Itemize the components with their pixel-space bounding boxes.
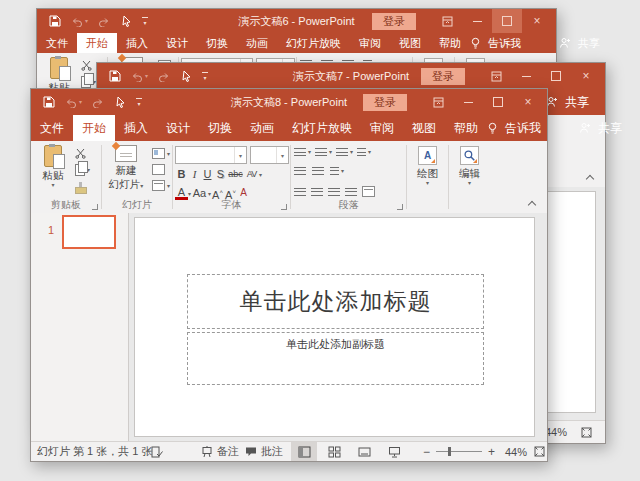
tab-help[interactable]: 帮助 — [430, 33, 470, 53]
tab-transitions[interactable]: 切换 — [199, 115, 241, 141]
character-spacing-button[interactable]: AV — [244, 167, 259, 181]
tab-home[interactable]: 开始 — [77, 33, 117, 53]
close-button[interactable]: × — [513, 89, 543, 115]
tab-animations[interactable]: 动画 — [237, 33, 277, 53]
notes-button[interactable]: 备注 — [201, 442, 239, 461]
font-size-combobox[interactable]: ▾ — [250, 146, 289, 164]
tab-animations[interactable]: 动画 — [241, 115, 283, 141]
increase-indent-icon[interactable] — [312, 167, 324, 175]
save-icon[interactable] — [109, 70, 121, 82]
tab-file[interactable]: 文件 — [37, 33, 77, 53]
tab-transitions[interactable]: 切换 — [197, 33, 237, 53]
ribbon-display-options-icon[interactable] — [481, 63, 511, 89]
align-left-icon[interactable] — [294, 188, 306, 196]
redo-icon[interactable] — [98, 15, 110, 27]
copy-icon[interactable]: ▾ — [81, 76, 96, 88]
drawing-button[interactable]: A 绘图 ▾ — [411, 146, 444, 186]
copy-icon[interactable]: ▾ — [75, 164, 90, 176]
redo-icon[interactable] — [158, 70, 170, 82]
tab-file[interactable]: 文件 — [31, 115, 73, 141]
slide[interactable]: 单击此处添加标题 单击此处添加副标题 — [134, 217, 535, 437]
slide-thumbnail-panel[interactable]: 1 — [31, 213, 129, 442]
customize-qat-icon[interactable]: ▾ — [142, 17, 148, 26]
sign-in-button[interactable]: 登录 — [363, 94, 407, 111]
format-painter-icon[interactable] — [75, 181, 90, 194]
tellme-button[interactable]: 告诉我 — [486, 36, 523, 51]
ribbon-display-options-icon[interactable] — [432, 9, 462, 33]
zoom-slider[interactable] — [436, 451, 482, 452]
tab-slideshow[interactable]: 幻灯片放映 — [283, 115, 361, 141]
text-direction-icon[interactable]: ▾ — [330, 167, 344, 175]
customize-qat-icon[interactable]: ▾ — [202, 72, 208, 81]
section-icon[interactable]: ▾ — [152, 180, 170, 191]
numbering-icon[interactable]: ▾ — [315, 148, 332, 156]
underline-button[interactable]: U — [201, 167, 214, 181]
zoom-percent[interactable]: 44% — [495, 442, 527, 461]
close-button[interactable]: × — [571, 63, 601, 89]
clipboard-dialog-launcher[interactable] — [92, 204, 98, 210]
align-center-icon[interactable] — [311, 188, 323, 196]
columns-icon[interactable]: ▾ — [357, 148, 371, 156]
minimize-button[interactable] — [453, 89, 483, 115]
reading-view-button[interactable] — [351, 442, 377, 461]
save-icon[interactable] — [49, 15, 61, 27]
slide-sorter-view-button[interactable] — [321, 442, 347, 461]
cut-icon[interactable] — [75, 148, 90, 159]
align-right-icon[interactable] — [328, 188, 340, 196]
fit-slide-icon[interactable] — [533, 442, 546, 461]
share-button[interactable]: 共享 — [563, 94, 591, 111]
maximize-button[interactable] — [483, 89, 513, 115]
strikethrough-button[interactable]: abc — [227, 167, 244, 181]
justify-icon[interactable] — [345, 188, 357, 196]
zoom-percent[interactable]: 44% — [545, 421, 567, 443]
italic-button[interactable]: I — [188, 167, 201, 181]
tellme-button[interactable]: 告诉我 — [503, 120, 543, 137]
comments-button[interactable]: 批注 — [245, 442, 283, 461]
fit-slide-icon[interactable] — [580, 421, 593, 443]
slideshow-view-button[interactable] — [381, 442, 407, 461]
close-button[interactable]: × — [522, 9, 552, 33]
undo-icon[interactable]: ▾ — [65, 96, 82, 108]
tab-home[interactable]: 开始 — [73, 115, 115, 141]
paste-button[interactable]: 粘贴 ▾ — [36, 145, 70, 188]
title-placeholder[interactable]: 单击此处添加标题 — [187, 274, 484, 329]
minimize-button[interactable] — [511, 63, 541, 89]
normal-view-button[interactable] — [291, 442, 317, 461]
slide-thumbnail[interactable] — [62, 215, 116, 249]
maximize-button[interactable] — [492, 9, 522, 33]
sign-in-button[interactable]: 登录 — [421, 68, 465, 85]
cut-icon[interactable] — [81, 60, 96, 71]
minimize-button[interactable] — [462, 9, 492, 33]
tab-design[interactable]: 设计 — [157, 33, 197, 53]
ribbon-display-options-icon[interactable] — [423, 89, 453, 115]
undo-icon[interactable]: ▾ — [131, 70, 148, 82]
tab-design[interactable]: 设计 — [157, 115, 199, 141]
paragraph-dialog-launcher[interactable] — [397, 204, 403, 210]
touch-mode-icon[interactable] — [180, 70, 192, 82]
collapse-ribbon-icon[interactable] — [584, 172, 596, 182]
zoom-out-button[interactable]: − — [423, 445, 430, 459]
touch-mode-icon[interactable] — [120, 15, 132, 27]
bullets-icon[interactable]: ▾ — [294, 148, 311, 156]
line-spacing-icon[interactable]: ▾ — [336, 148, 353, 156]
subtitle-placeholder[interactable]: 单击此处添加副标题 — [187, 332, 484, 385]
share-button[interactable]: 共享 — [596, 120, 624, 137]
decrease-indent-icon[interactable] — [294, 167, 306, 175]
maximize-button[interactable] — [541, 63, 571, 89]
text-shadow-button[interactable]: S — [214, 167, 227, 181]
tab-insert[interactable]: 插入 — [115, 115, 157, 141]
customize-qat-icon[interactable]: ▾ — [136, 98, 142, 107]
smartart-convert-icon[interactable] — [362, 186, 375, 197]
tab-view[interactable]: 视图 — [390, 33, 430, 53]
slide-layout-icon[interactable]: ▾ — [152, 148, 170, 159]
zoom-in-button[interactable]: + — [488, 445, 495, 459]
save-icon[interactable] — [43, 96, 55, 108]
font-name-combobox[interactable]: ▾ — [175, 146, 247, 164]
accessibility-check-icon[interactable] — [151, 442, 163, 461]
tab-view[interactable]: 视图 — [403, 115, 445, 141]
tab-insert[interactable]: 插入 — [117, 33, 157, 53]
collapse-ribbon-icon[interactable] — [526, 198, 538, 208]
undo-icon[interactable]: ▾ — [71, 15, 88, 27]
new-slide-button[interactable]: 新建 幻灯片▾ — [104, 145, 148, 192]
tab-review[interactable]: 审阅 — [361, 115, 403, 141]
